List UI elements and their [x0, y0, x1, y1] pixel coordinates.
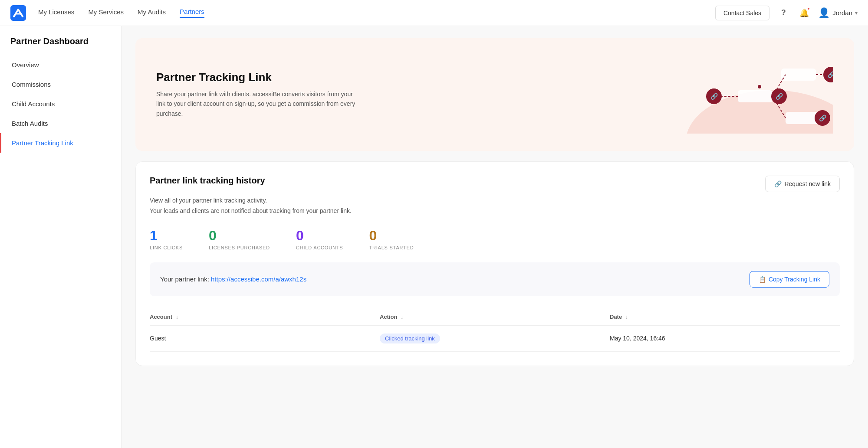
stat-child-accounts: 0 CHILD ACCOUNTS	[296, 229, 343, 250]
history-desc-line1: View all of your partner link tracking a…	[150, 197, 267, 204]
svg-text:🔗: 🔗	[819, 114, 827, 122]
nav-item-licenses[interactable]: My Licenses	[38, 8, 74, 17]
stat-link-clicks-label: LINK CLICKS	[150, 245, 183, 250]
table-col-account[interactable]: Account ↓	[150, 314, 380, 320]
hero-card: Partner Tracking Link Share your partner…	[135, 38, 854, 151]
sidebar-item-child-accounts[interactable]: Child Accounts	[0, 94, 121, 114]
user-name: Jordan	[832, 9, 852, 16]
nav-items: My Licenses My Services My Audits Partne…	[38, 8, 715, 18]
copy-icon: 📋	[759, 276, 766, 283]
stat-link-clicks-value: 1	[150, 229, 158, 242]
nav-right: Contact Sales ? 🔔 👤 Jordan ▾	[715, 6, 858, 20]
history-description: View all of your partner link tracking a…	[150, 196, 840, 216]
copy-btn-label: Copy Tracking Link	[769, 276, 820, 283]
notifications-button[interactable]: 🔔	[797, 6, 811, 20]
sidebar-title: Partner Dashboard	[0, 36, 121, 55]
sidebar-item-batch-audits[interactable]: Batch Audits	[0, 114, 121, 133]
stat-trials-label: TRIALS STARTED	[369, 245, 414, 250]
sidebar: Partner Dashboard Overview Commissions C…	[0, 26, 122, 448]
partner-link-row: Your partner link: https://accessibe.com…	[150, 262, 840, 296]
svg-rect-2	[738, 90, 773, 102]
hero-illustration: 🔗 🔗 🔗 🔗	[686, 56, 833, 134]
question-mark-icon: ?	[781, 8, 786, 17]
row-date: May 10, 2024, 16:46	[610, 335, 840, 342]
hero-description: Share your partner link with clients. ac…	[156, 89, 356, 118]
stat-child-accounts-label: CHILD ACCOUNTS	[296, 245, 343, 250]
stat-licenses-value: 0	[209, 229, 217, 242]
stat-licenses-label: LICENSES PURCHASED	[209, 245, 270, 250]
logo[interactable]	[10, 5, 26, 21]
request-new-link-button[interactable]: 🔗 Request new link	[765, 176, 840, 192]
table-col-action-label: Action	[380, 314, 397, 320]
svg-point-17	[758, 85, 761, 88]
table-col-account-label: Account	[150, 314, 172, 320]
svg-rect-0	[10, 5, 26, 21]
row-account: Guest	[150, 335, 380, 342]
table-row: Guest Clicked tracking link May 10, 2024…	[150, 326, 840, 352]
sidebar-item-commissions[interactable]: Commissions	[0, 75, 121, 94]
nav-item-partners[interactable]: Partners	[180, 8, 204, 18]
notification-dot	[807, 7, 810, 10]
nav-item-services[interactable]: My Services	[88, 8, 124, 17]
chevron-down-icon: ▾	[855, 10, 858, 16]
stat-trials-started: 0 TRIALS STARTED	[369, 229, 414, 250]
stats-row: 1 LINK CLICKS 0 LICENSES PURCHASED 0 CHI…	[150, 229, 840, 250]
main-content: Partner Tracking Link Share your partner…	[122, 26, 868, 448]
help-icon-button[interactable]: ?	[776, 6, 790, 20]
sidebar-item-overview[interactable]: Overview	[0, 55, 121, 75]
history-card: Partner link tracking history 🔗 Request …	[135, 161, 854, 366]
page-layout: Partner Dashboard Overview Commissions C…	[0, 26, 868, 448]
nav-item-audits[interactable]: My Audits	[138, 8, 166, 17]
svg-text:🔗: 🔗	[710, 93, 718, 100]
stat-licenses-purchased: 0 LICENSES PURCHASED	[209, 229, 270, 250]
svg-text:🔗: 🔗	[776, 93, 783, 100]
action-sort-icon: ↓	[401, 314, 404, 320]
request-new-link-label: Request new link	[784, 180, 831, 187]
partner-link-prefix: Your partner link:	[160, 275, 209, 283]
copy-tracking-link-button[interactable]: 📋 Copy Tracking Link	[750, 271, 829, 288]
sidebar-item-partner-tracking-link[interactable]: Partner Tracking Link	[0, 133, 121, 153]
history-header: Partner link tracking history 🔗 Request …	[150, 176, 840, 192]
topnav: My Licenses My Services My Audits Partne…	[0, 0, 868, 26]
stat-child-accounts-value: 0	[296, 229, 304, 242]
table-col-action[interactable]: Action ↓	[380, 314, 610, 320]
hero-text: Partner Tracking Link Share your partner…	[156, 71, 356, 118]
partner-link-text: Your partner link: https://accessibe.com…	[160, 275, 306, 283]
table-col-date[interactable]: Date ↓	[610, 314, 840, 320]
date-sort-icon: ↓	[625, 314, 628, 320]
request-link-icon: 🔗	[774, 180, 782, 187]
history-title: Partner link tracking history	[150, 176, 265, 186]
stat-trials-value: 0	[369, 229, 377, 242]
history-desc-line2: Your leads and clients are not notified …	[150, 207, 352, 214]
action-badge: Clicked tracking link	[380, 334, 440, 343]
contact-sales-button[interactable]: Contact Sales	[715, 6, 769, 20]
partner-link-url[interactable]: https://accessibe.com/a/awxh12s	[211, 275, 306, 283]
user-menu-button[interactable]: 👤 Jordan ▾	[818, 7, 858, 19]
row-action: Clicked tracking link	[380, 334, 610, 343]
user-avatar-icon: 👤	[818, 7, 830, 19]
account-sort-icon: ↓	[176, 314, 179, 320]
hero-title: Partner Tracking Link	[156, 71, 356, 84]
table-header: Account ↓ Action ↓ Date ↓	[150, 308, 840, 326]
svg-rect-3	[781, 69, 816, 81]
table-col-date-label: Date	[610, 314, 622, 320]
stat-link-clicks: 1 LINK CLICKS	[150, 229, 183, 250]
svg-text:🔗: 🔗	[828, 71, 834, 78]
